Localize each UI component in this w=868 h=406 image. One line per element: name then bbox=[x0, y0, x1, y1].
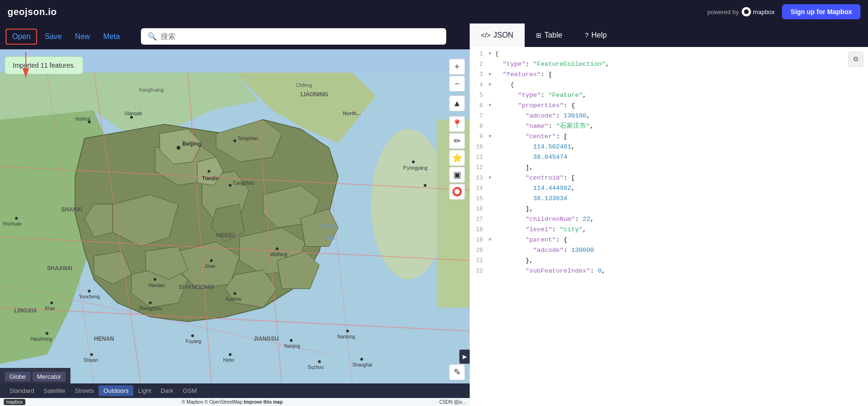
svg-point-52 bbox=[233, 292, 236, 295]
powered-by: powered by mapbox bbox=[707, 7, 775, 16]
json-line: 12 ], bbox=[470, 163, 868, 173]
svg-point-70 bbox=[424, 184, 426, 187]
json-line: 17 "childrenNum": 22, bbox=[470, 214, 868, 225]
draw-tool-button[interactable]: ✏ bbox=[449, 133, 465, 149]
json-icon: </> bbox=[481, 31, 490, 39]
svg-text:SHANXI: SHANXI bbox=[61, 206, 82, 213]
svg-point-50 bbox=[88, 290, 91, 293]
json-line: 10 114.502461, bbox=[470, 142, 868, 152]
svg-text:Chifeng: Chifeng bbox=[296, 83, 312, 88]
svg-point-64 bbox=[318, 360, 321, 363]
svg-point-30 bbox=[130, 116, 133, 119]
svg-point-42 bbox=[149, 302, 152, 304]
style-satellite-button[interactable]: Satellite bbox=[39, 385, 70, 396]
new-button[interactable]: New bbox=[70, 30, 96, 44]
svg-text:Nantong: Nantong bbox=[337, 334, 355, 339]
save-button[interactable]: Save bbox=[39, 30, 67, 44]
json-line: 9 ▼ "center": [ bbox=[470, 132, 868, 142]
signup-button[interactable]: Sign up for Mapbox bbox=[782, 4, 860, 19]
open-button[interactable]: Open bbox=[6, 29, 37, 45]
json-line: 16 ], bbox=[470, 204, 868, 214]
map-svg: SHANXI HEBEI SHANDONG LINGXIA SHAANXI HE… bbox=[0, 49, 470, 406]
map-bottom-controls: Globe Mercator Standard Satellite Street… bbox=[0, 368, 470, 406]
zoom-out-button[interactable]: − bbox=[449, 76, 465, 92]
north-button[interactable]: ▲ bbox=[449, 95, 465, 111]
search-input[interactable] bbox=[161, 32, 440, 41]
style-streets-button[interactable]: Streets bbox=[70, 385, 99, 396]
style-light-button[interactable]: Light bbox=[133, 385, 156, 396]
tab-help[interactable]: ? Help bbox=[574, 23, 618, 47]
search-icon: 🔍 bbox=[147, 32, 157, 41]
svg-text:Tianjin: Tianjin bbox=[202, 175, 219, 181]
json-line: 5 "type": "Feature", bbox=[470, 90, 868, 101]
json-line: 22 "subFeatureIndex": 0, bbox=[470, 266, 868, 276]
svg-point-56 bbox=[191, 335, 194, 337]
json-line: 3 ▼ "features": [ bbox=[470, 70, 868, 80]
tab-bar: </> JSON ⊞ Table ? Help bbox=[470, 23, 868, 47]
json-line: 11 38.045474 bbox=[470, 152, 868, 163]
svg-point-26 bbox=[208, 170, 210, 173]
json-line: 2 "type": "FeatureCollection", bbox=[470, 59, 868, 70]
table-icon: ⊞ bbox=[536, 31, 542, 39]
tab-json[interactable]: </> JSON bbox=[470, 23, 525, 47]
json-line: 8 "name": "石家庄市", bbox=[470, 121, 868, 132]
rectangle-tool-button[interactable]: ▣ bbox=[449, 167, 465, 183]
copy-button[interactable]: ⧉ bbox=[848, 52, 863, 67]
svg-text:Shiyan: Shiyan bbox=[84, 358, 98, 363]
svg-point-38 bbox=[210, 259, 213, 262]
map-background[interactable]: SHANXI HEBEI SHANDONG LINGXIA SHAANXI HE… bbox=[0, 49, 470, 406]
tab-help-label: Help bbox=[591, 31, 607, 39]
svg-text:Yinchuan: Yinchuan bbox=[2, 221, 22, 226]
json-line: 19 ▼ "parent": { bbox=[470, 235, 868, 245]
svg-text:HENAN: HENAN bbox=[94, 336, 114, 342]
zoom-in-button[interactable]: + bbox=[449, 59, 465, 75]
svg-point-48 bbox=[46, 332, 48, 335]
tab-json-label: JSON bbox=[493, 31, 513, 39]
svg-point-34 bbox=[233, 140, 236, 142]
svg-text:Beijing: Beijing bbox=[182, 141, 201, 147]
tab-table-label: Table bbox=[544, 31, 562, 39]
mercator-button[interactable]: Mercator bbox=[32, 372, 66, 382]
json-line: 18 "level": "city", bbox=[470, 225, 868, 235]
svg-text:Handan: Handan bbox=[148, 283, 165, 288]
style-outdoors-button[interactable]: Outdoors bbox=[99, 385, 133, 396]
json-line: 1 ▼ { bbox=[470, 49, 868, 59]
svg-text:Zhengzhou: Zhengzhou bbox=[139, 306, 162, 311]
globe-button[interactable]: Globe bbox=[5, 372, 31, 382]
style-osm-button[interactable]: OSM bbox=[178, 385, 202, 396]
svg-text:Tangshan: Tangshan bbox=[238, 136, 258, 141]
svg-point-24 bbox=[177, 146, 180, 150]
style-standard-button[interactable]: Standard bbox=[5, 385, 39, 396]
map-attribution: mapbox © Mapbox © OpenStreetMap Improve … bbox=[0, 398, 470, 406]
csdn-label: CSDN @jx... bbox=[439, 399, 466, 405]
map-style-bar: Standard Satellite Streets Outdoors Ligh… bbox=[0, 383, 470, 398]
tab-table[interactable]: ⊞ Table bbox=[525, 23, 574, 47]
svg-text:Cangzhou: Cangzhou bbox=[233, 180, 255, 186]
svg-text:Fuyang: Fuyang bbox=[186, 339, 201, 344]
svg-text:HEBEI: HEBEI bbox=[216, 232, 235, 239]
svg-text:Yellow: Yellow bbox=[319, 222, 338, 229]
svg-text:Xi'an: Xi'an bbox=[45, 306, 55, 311]
svg-point-66 bbox=[360, 358, 363, 361]
svg-point-58 bbox=[229, 353, 232, 356]
import-toast: Imported 11 features. bbox=[5, 56, 83, 74]
marker-tool-button[interactable]: 📍 bbox=[449, 116, 465, 132]
svg-point-32 bbox=[229, 184, 232, 187]
expand-button[interactable]: ▶ bbox=[459, 350, 470, 364]
style-dark-button[interactable]: Dark bbox=[156, 385, 178, 396]
search-bar: 🔍 bbox=[141, 28, 446, 45]
circle-tool-button[interactable]: ⭕ bbox=[449, 184, 465, 200]
json-editor[interactable]: ⧉ 1 ▼ { 2 "type": "FeatureCollection", 3 bbox=[470, 47, 868, 406]
meta-button[interactable]: Meta bbox=[98, 30, 126, 44]
svg-point-36 bbox=[154, 278, 156, 281]
svg-text:LINGXIA: LINGXIA bbox=[14, 307, 37, 314]
map-panel: Open Save New Meta 🔍 Imported 11 feature… bbox=[0, 23, 470, 406]
svg-text:P'yongyang: P'yongyang bbox=[403, 165, 427, 171]
svg-text:SHAANXI: SHAANXI bbox=[47, 265, 72, 272]
json-line: 6 ▼ "properties": { bbox=[470, 101, 868, 111]
svg-point-54 bbox=[90, 353, 93, 356]
json-line: 13 ▼ "centroid": [ bbox=[470, 173, 868, 183]
star-tool-button[interactable]: ⭐ bbox=[449, 150, 465, 166]
svg-point-46 bbox=[50, 302, 53, 304]
svg-point-62 bbox=[346, 330, 349, 333]
